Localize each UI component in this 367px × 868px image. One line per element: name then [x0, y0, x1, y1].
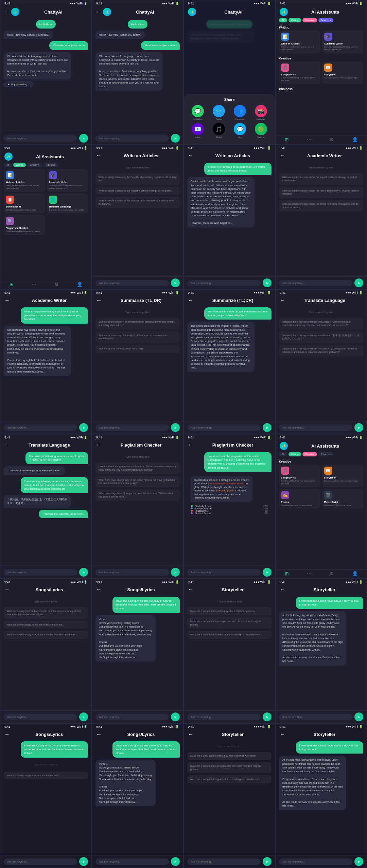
card-academic-writer[interactable]: 🎓 Academic Writer Generate educational w… — [322, 31, 364, 53]
send-button[interactable]: ➤ — [263, 712, 272, 721]
chat-input[interactable] — [95, 135, 169, 142]
chat-input[interactable] — [4, 569, 77, 576]
tab-all[interactable]: All — [279, 452, 287, 456]
back-button[interactable]: ← — [96, 9, 103, 15]
back-button[interactable]: ← — [4, 9, 11, 15]
nav-ai[interactable]: ⊞ — [10, 282, 14, 287]
send-button[interactable]: ➤ — [171, 278, 180, 287]
card-write-articles[interactable]: 📝 Write an Articles Generate well-writte… — [4, 169, 45, 192]
send-button[interactable]: ➤ — [79, 712, 88, 721]
tab-creative[interactable]: Creative — [302, 18, 317, 22]
prompt-1[interactable]: I want to check the plagiarism of this a… — [95, 463, 180, 474]
send-button[interactable]: ➤ — [171, 423, 180, 432]
tab-creative[interactable]: Creative — [302, 452, 317, 456]
back-button[interactable]: ← — [188, 731, 195, 737]
card-summarize[interactable]: 📋 Summarize IT Extract key points from l… — [4, 194, 45, 214]
nav-history[interactable]: ⋯ — [32, 282, 36, 287]
send-button[interactable]: ➤ — [263, 278, 272, 287]
back-button[interactable]: ← — [96, 731, 103, 737]
card-plagiarism[interactable]: 🔍 Plagiarism Checker Check the level of … — [4, 215, 45, 235]
tab-writing[interactable]: Writing — [13, 163, 26, 167]
share-chat[interactable]: 💬 Chat — [234, 123, 246, 138]
prompt-2[interactable]: Write me some song lyrics for the music … — [4, 621, 88, 629]
stop-button[interactable]: ⏹ Stop generating... — [4, 82, 33, 87]
send-button[interactable]: ➤ — [79, 134, 88, 143]
send-button[interactable]: ➤ — [354, 712, 363, 721]
prompt-2[interactable]: Summarize the essay "An analysis of the … — [95, 331, 180, 343]
share-instagram[interactable]: 📸 Instagram — [255, 105, 267, 120]
share-facebook[interactable]: 👥 Facebook — [234, 105, 246, 120]
card-translate[interactable]: 🌐 Translate Language Translate from one … — [47, 194, 88, 214]
back-button[interactable]: ← — [96, 152, 103, 159]
back-button[interactable]: ← — [188, 442, 195, 448]
chat-input[interactable] — [4, 714, 77, 720]
prompt-2[interactable]: Write an article discussing the impact o… — [95, 187, 180, 195]
prompt-1[interactable]: Make me a story about a lost puppy who f… — [187, 607, 272, 615]
nav-ai[interactable]: ⊞ — [285, 137, 289, 142]
prompt-2[interactable]: Make me a story about a young wizard who… — [187, 617, 272, 629]
card-movie-script[interactable]: 🎬 Movie Script Generate scripts for the … — [322, 489, 364, 509]
chat-input[interactable] — [279, 714, 352, 720]
prompt-3[interactable]: Write an academic essay about the ethics… — [279, 200, 363, 212]
prompt-3[interactable]: What percentage level of plagiarism does… — [95, 489, 180, 501]
send-button[interactable]: ➤ — [79, 568, 88, 577]
nav-history[interactable]: ⋯ — [307, 137, 312, 142]
chat-input[interactable] — [95, 569, 169, 576]
chat-input[interactable] — [4, 424, 77, 431]
tab-all[interactable]: All — [4, 163, 12, 167]
send-button[interactable]: ➤ — [171, 857, 180, 866]
back-button[interactable]: ← — [4, 442, 11, 448]
chat-input[interactable] — [187, 569, 261, 576]
send-button[interactable]: ➤ — [171, 712, 180, 721]
nav-settings[interactable]: ⚙ — [54, 282, 59, 287]
send-button[interactable]: ➤ — [79, 423, 88, 432]
prompt-2[interactable]: Make me a story about a young wizard who… — [187, 762, 272, 774]
back-button[interactable]: ← — [96, 442, 103, 448]
share-wechat[interactable]: 🟢 WeChat — [255, 123, 267, 138]
nav-account[interactable]: 👤 — [352, 571, 358, 576]
card-write-articles[interactable]: 📝 Write an Articles Generate well-writte… — [279, 31, 320, 53]
chat-input[interactable] — [187, 714, 261, 720]
nav-settings[interactable]: ⚙ — [330, 137, 334, 142]
nav-settings[interactable]: ⚙ — [330, 571, 334, 576]
chat-input[interactable] — [279, 858, 352, 865]
send-button[interactable]: ➤ — [263, 423, 272, 432]
back-button[interactable]: ← — [4, 731, 11, 737]
back-button[interactable]: ← — [96, 297, 103, 303]
prompt-3[interactable]: Make me a story about a group of friends… — [187, 775, 272, 783]
prompt-2[interactable]: Write an academic essay about the role o… — [279, 187, 363, 198]
nav-history[interactable]: ⋯ — [307, 571, 312, 576]
card-storyteller[interactable]: 📖 Storyteller Generate stories from any … — [322, 61, 364, 84]
back-button[interactable]: ← — [96, 586, 103, 593]
chat-input[interactable] — [95, 280, 169, 286]
prompt-3[interactable]: Translate the following sentences into I… — [279, 345, 363, 356]
card-storyteller[interactable]: 📖 Storyteller Generate stories from any … — [322, 465, 364, 487]
send-button[interactable]: ➤ — [263, 857, 272, 866]
tab-writing[interactable]: Writing — [289, 18, 301, 22]
prompt-3[interactable]: Write me some song lyrics with the theme… — [4, 631, 88, 639]
chat-input[interactable] — [4, 858, 77, 865]
card-songs[interactable]: 🎵 Songs/Lyrics Generate lyrics from any … — [279, 61, 320, 84]
chat-input[interactable] — [187, 858, 261, 865]
prompt-3[interactable]: Make me a story about a group of friends… — [187, 631, 272, 639]
back-button[interactable]: ← — [188, 297, 195, 303]
prompt-1[interactable]: Translate the following sentences into E… — [279, 318, 363, 329]
prompt-1[interactable]: Write an article discussing the benefits… — [95, 173, 180, 185]
send-button[interactable]: ➤ — [354, 278, 363, 287]
back-button[interactable]: ← — [280, 586, 286, 593]
share-whatsapp[interactable]: 💬 WhatsApp — [192, 105, 204, 120]
send-button[interactable]: ➤ — [171, 568, 180, 577]
tab-business[interactable]: Business — [318, 452, 333, 456]
back-button[interactable]: ← — [188, 586, 195, 593]
chat-input[interactable] — [95, 424, 169, 431]
back-button[interactable]: ← — [280, 152, 286, 159]
back-button[interactable]: ← — [4, 297, 11, 303]
chat-input[interactable] — [4, 135, 77, 142]
tab-creative[interactable]: Creative — [27, 163, 41, 167]
card-songs[interactable]: 🎵 Songs/Lyrics Generate lyrics from any … — [279, 465, 320, 487]
chat-input[interactable] — [95, 714, 169, 720]
card-academic-writer[interactable]: 🎓 Academic Writer Generate educational w… — [47, 169, 88, 192]
chat-input[interactable] — [279, 424, 352, 431]
prompt-3[interactable]: Write an article discussing the importan… — [95, 197, 180, 208]
share-tiktok[interactable]: 🎵 TikTok — [213, 123, 225, 138]
